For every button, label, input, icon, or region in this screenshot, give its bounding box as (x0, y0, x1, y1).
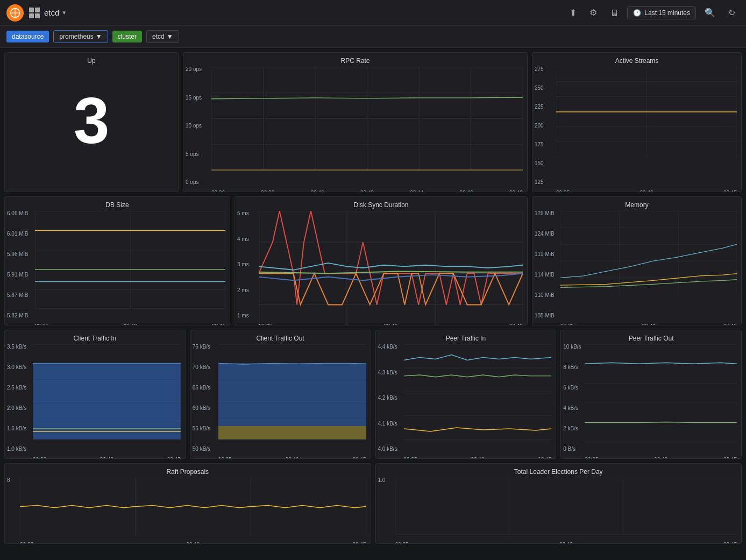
panel-up: Up 3 (4, 52, 179, 192)
row-1: Up 3 RPC Rate 20 ops15 ops10 ops5 ops0 o… (4, 52, 742, 192)
elections-chart (395, 478, 737, 535)
filterbar: datasource prometheus ▼ cluster etcd ▼ (0, 26, 746, 48)
cto-y-axis: 75 kB/s70 kB/s65 kB/s60 kB/s55 kB/s50 kB… (190, 344, 218, 452)
dbsize-x-axis: 22:3522:4022:45 (35, 323, 225, 325)
streams-x-axis: 22:3522:4022:45 (556, 190, 737, 192)
row-2: DB Size 6.06 MiB6.01 MiB5.96 MiB5.91 MiB… (4, 196, 742, 325)
panel-streams-title: Active Streams (532, 53, 741, 67)
pti-chart (404, 344, 552, 440)
dropdown-caret2: ▼ (167, 33, 173, 40)
prometheus-dropdown[interactable]: prometheus ▼ (53, 30, 108, 43)
panel-raft-proposals: Raft Proposals 8 22:3522:4022:45 (4, 463, 371, 544)
memory-x-axis: 22:3522:4022:45 (560, 323, 737, 325)
cluster-label: cluster (112, 31, 142, 42)
dbsize-chart (35, 211, 225, 309)
clock-icon: 🕐 (633, 9, 641, 17)
etcd-dropdown[interactable]: etcd ▼ (146, 30, 179, 43)
peer-traffic-out-title: Peer Traffic Out (561, 330, 741, 344)
cto-x-axis: 22:3522:4022:45 (218, 457, 366, 459)
panel-active-streams: Active Streams 275250225200175150125 (532, 52, 742, 192)
pti-y-axis: 4.4 kB/s4.3 kB/s4.2 kB/s4.1 kB/s4.0 kB/s (376, 344, 404, 452)
raft-x-axis: 22:3522:4022:45 (20, 542, 366, 544)
dropdown-caret: ▼ (96, 33, 102, 40)
cti-chart (33, 344, 181, 440)
panel-dbsize-title: DB Size (5, 197, 230, 211)
panel-disk-sync: Disk Sync Duration 5 ms4 ms3 ms2 ms1 ms (235, 196, 528, 325)
raft-y-axis: 8 (5, 478, 20, 537)
panel-rpc-rate: RPC Rate 20 ops15 ops10 ops5 ops0 ops (183, 52, 528, 192)
share-button[interactable]: ⬆ (565, 5, 581, 20)
row-4: Raft Proposals 8 22:3522:4022:45 (4, 463, 742, 544)
topnav-actions: ⬆ ⚙ 🖥 🕐 Last 15 minutes 🔍 ↻ (565, 5, 740, 20)
up-value: 3 (5, 67, 178, 174)
panel-leader-elections: Total Leader Elections Per Day 1.0 22:35… (375, 463, 742, 544)
cti-y-axis: 3.5 kB/s3.0 kB/s2.5 kB/s2.0 kB/s1.5 kB/s… (5, 344, 33, 452)
svg-marker-65 (218, 426, 366, 440)
panel-up-title: Up (5, 53, 178, 67)
dbsize-y-axis: 6.06 MiB6.01 MiB5.96 MiB5.91 MiB5.87 MiB… (5, 211, 35, 318)
streams-chart (556, 67, 737, 157)
title-caret: ▼ (61, 10, 67, 16)
rpc-chart (211, 67, 523, 171)
raft-title: Raft Proposals (5, 464, 371, 478)
time-range-label: Last 15 minutes (644, 9, 690, 17)
panel-memory-title: Memory (532, 197, 741, 211)
panel-rpc-title: RPC Rate (183, 53, 527, 67)
elections-x-axis: 22:3522:4022:45 (395, 542, 737, 544)
panel-db-size: DB Size 6.06 MiB6.01 MiB5.96 MiB5.91 MiB… (4, 196, 230, 325)
topnav: etcd ▼ ⬆ ⚙ 🖥 🕐 Last 15 minutes 🔍 ↻ (0, 0, 746, 26)
refresh-button[interactable]: ↻ (724, 5, 740, 20)
search-button[interactable]: 🔍 (700, 5, 720, 20)
datasource-label: datasource (6, 31, 49, 42)
logo (6, 4, 24, 22)
panel-disk-title: Disk Sync Duration (235, 197, 527, 211)
elections-title: Total Leader Elections Per Day (376, 464, 742, 478)
dashboard-title: etcd (44, 8, 59, 17)
raft-chart (20, 478, 366, 535)
disk-chart (259, 211, 523, 325)
grid-icon (29, 8, 40, 18)
pto-y-axis: 10 kB/s8 kB/s6 kB/s4 kB/s2 kB/s0 B/s (561, 344, 585, 452)
pto-chart (585, 344, 737, 442)
row-3: Client Traffic In 3.5 kB/s3.0 kB/s2.5 kB… (4, 330, 742, 459)
elections-y-axis: 1.0 (376, 478, 395, 537)
panel-memory: Memory 129 MiB124 MiB119 MiB114 MiB110 M… (532, 196, 742, 325)
dashboard: Up 3 RPC Rate 20 ops15 ops10 ops5 ops0 o… (0, 48, 746, 548)
cti-x-axis: 22:3522:4022:45 (33, 457, 181, 459)
panel-client-traffic-in: Client Traffic In 3.5 kB/s3.0 kB/s2.5 kB… (4, 330, 186, 459)
client-traffic-out-title: Client Traffic Out (190, 330, 371, 344)
memory-y-axis: 129 MiB124 MiB119 MiB114 MiB110 MiB105 M… (532, 211, 560, 318)
cto-chart (218, 344, 366, 440)
svg-marker-57 (33, 363, 181, 439)
client-traffic-in-title: Client Traffic In (5, 330, 185, 344)
disk-x-axis: 22:3522:4022:45 (259, 323, 523, 325)
rpc-x-axis: 22:3622:3822:4022:4222:4422:4622:48 (211, 190, 523, 192)
panel-peer-traffic-out: Peer Traffic Out 10 kB/s8 kB/s6 kB/s4 kB… (560, 330, 742, 459)
disk-y-axis: 5 ms4 ms3 ms2 ms1 ms (235, 211, 259, 318)
pti-x-axis: 22:3522:4022:45 (404, 457, 552, 459)
peer-traffic-in-title: Peer Traffic In (376, 330, 556, 344)
rpc-y-axis: 20 ops15 ops10 ops5 ops0 ops (183, 67, 211, 185)
pto-x-axis: 22:3522:4022:45 (585, 457, 737, 459)
panel-client-traffic-out: Client Traffic Out 75 kB/s70 kB/s65 kB/s… (190, 330, 371, 459)
tv-button[interactable]: 🖥 (606, 6, 623, 20)
panel-peer-traffic-in: Peer Traffic In 4.4 kB/s4.3 kB/s4.2 kB/s… (375, 330, 557, 459)
settings-button[interactable]: ⚙ (585, 5, 601, 20)
streams-y-axis: 275250225200175150125 (532, 67, 556, 185)
time-range-selector[interactable]: 🕐 Last 15 minutes (627, 6, 696, 19)
memory-chart (560, 211, 737, 294)
